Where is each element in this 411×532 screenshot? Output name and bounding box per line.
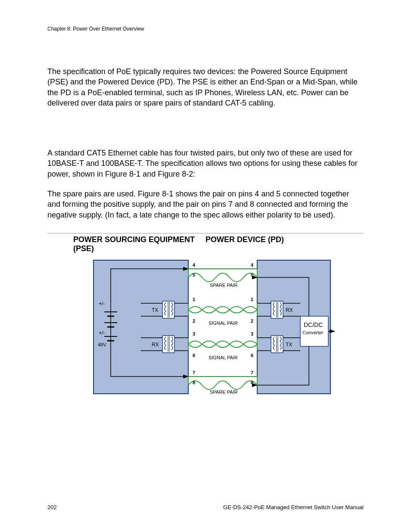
pd-rx-transformer-icon — [271, 301, 283, 318]
pin4-left-label: 4 — [193, 262, 196, 268]
pin6-right-label: 6 — [251, 353, 253, 358]
pin8-right-label: 8 — [251, 380, 253, 385]
paragraph-2: A standard CAT5 Ethernet cable has four … — [47, 148, 364, 179]
pse-tx-transformer-icon — [162, 301, 174, 318]
pd-title: POWER DEVICE (PD) — [206, 235, 338, 253]
paragraph-3: The spare pairs are used. Figure 8-1 sho… — [47, 189, 364, 220]
pin3-left-label: 3 — [193, 331, 195, 336]
polarity-top-label: +/- — [99, 301, 105, 307]
pin4-right-label: 4 — [251, 262, 254, 268]
pin2-left-label: 2 — [193, 318, 195, 324]
spare-pair-top-label: SPARE PAIR — [210, 283, 237, 288]
page-footer: 202 GE-DS-242-PoE Managed Ethernet Switc… — [47, 504, 364, 510]
pin5-right-label: 5 — [251, 272, 253, 277]
pd-rx-label: RX — [286, 307, 293, 313]
pse-title: POWER SOURCING EQUIPMENT (PSE) — [73, 235, 206, 253]
pse-rx-label: RX — [152, 342, 159, 348]
figure-titles-row: POWER SOURCING EQUIPMENT (PSE) POWER DEV… — [47, 235, 364, 253]
dcdc-label-line2: Converter — [302, 330, 324, 335]
pse-tx-label: TX — [152, 307, 158, 313]
pin6-left-label: 6 — [193, 353, 195, 358]
pin2-right-label: 2 — [251, 318, 253, 324]
poe-diagram: +/- +/- 48V TX — [47, 256, 364, 402]
poe-wiring-svg: +/- +/- 48V TX — [76, 256, 335, 402]
dcdc-label-line1: DC/DC — [304, 321, 323, 328]
page-number: 202 — [47, 504, 57, 510]
signal-pair-12 — [174, 303, 271, 316]
pin1-left-label: 1 — [193, 297, 195, 302]
voltage-label: 48V — [98, 342, 106, 347]
figure-8-1-container: POWER SOURCING EQUIPMENT (PSE) POWER DEV… — [47, 233, 364, 402]
document-page: Chapter 8: Power Over Ethernet Overview … — [0, 0, 411, 532]
paragraph-1: The specification of PoE typically requi… — [47, 66, 364, 108]
spare-pair-bottom — [188, 376, 257, 389]
signal-pair-12-label: SIGNAL PAIR — [209, 320, 238, 326]
signal-pair-36 — [174, 338, 271, 351]
pin7-left-label: 7 — [193, 370, 195, 375]
chapter-header: Chapter 8: Power Over Ethernet Overview — [47, 26, 364, 32]
signal-pair-36-label: SIGNAL PAIR — [209, 355, 238, 360]
spare-pair-top — [188, 269, 257, 282]
pin7-right-label: 7 — [251, 370, 253, 375]
pd-tx-transformer-icon — [271, 336, 283, 353]
spare-pair-bottom-label: SPARE PAIR — [210, 389, 237, 395]
pd-tx-label: TX — [286, 342, 292, 348]
section-gap — [47, 118, 364, 148]
pin1-right-label: 1 — [251, 297, 253, 302]
pin8-left-label: 8 — [193, 380, 195, 385]
manual-title: GE-DS-242-PoE Managed Ethernet Switch Us… — [223, 504, 364, 510]
pin3-right-label: 3 — [251, 331, 253, 336]
pse-rx-transformer-icon — [162, 336, 174, 353]
polarity-bottom-label: +/- — [99, 330, 105, 336]
pin5-left-label: 5 — [193, 272, 195, 277]
